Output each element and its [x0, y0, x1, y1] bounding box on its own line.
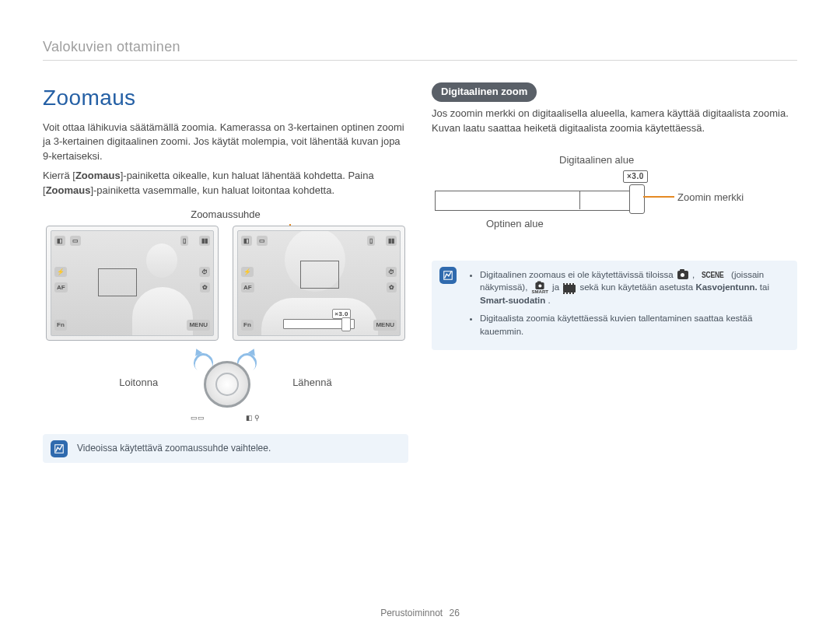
bold-ref-zoom: Zoomaus: [75, 170, 121, 181]
focus-frame: [300, 261, 339, 289]
text-fragment: sekä kun käytetään asetusta: [579, 282, 695, 292]
dial-mini-icons: ▭▭ ◧ ⚲: [191, 413, 260, 423]
zoom-diagram: Digitaalinen alue ×3.0 Zoomin merkki Opt…: [435, 153, 797, 239]
text-fragment: Kierrä [: [43, 170, 75, 181]
person-body: [132, 287, 193, 335]
zoom-tag: ×3.0: [623, 170, 648, 184]
footer-label: Perustoiminnot: [380, 608, 443, 618]
note-box-right: Digitaalinen zoomaus ei ole käytettäviss…: [432, 261, 797, 351]
person-body: [261, 298, 378, 335]
person-head: [146, 243, 177, 278]
macro-icon: ✿: [200, 282, 210, 293]
note-list: Digitaalinen zoomaus ei ole käytettäviss…: [466, 268, 788, 338]
fn-icon: Fn: [241, 320, 254, 331]
page-number: 26: [450, 608, 460, 618]
flash-icon: ⚡: [54, 267, 67, 278]
fn-icon: Fn: [54, 320, 67, 331]
camera-auto-icon: [676, 269, 690, 281]
af-icon: AF: [54, 282, 68, 293]
lcd-inner: ◧ ⚡ AF Fn ▮▮ ⏱ ✿ MENU ▭ ▯ ×3.0: [237, 230, 401, 336]
breadcrumb: Valokuvien ottaminen: [43, 39, 797, 61]
menu-icon: MENU: [187, 320, 210, 331]
zoom-marker: [341, 317, 351, 331]
page-title: Zoomaus: [43, 82, 408, 114]
text-fragment: .: [548, 296, 551, 305]
lcd-preview-wide: ◧ ⚡ AF Fn ▮▮ ⏱ ✿ MENU ▭ ▯: [46, 226, 219, 341]
timer-icon: ⏱: [199, 267, 210, 278]
lcd-inner: ◧ ⚡ AF Fn ▮▮ ⏱ ✿ MENU ▭ ▯: [51, 230, 214, 336]
bold-ref: Kasvojentunn.: [695, 282, 757, 292]
section-pill: Digitaalinen zoom: [432, 82, 537, 102]
text-fragment: Digitaalinen zoomaus ei ole käytettäviss…: [480, 270, 676, 279]
zoom-marker-label: Zoomin merkki: [677, 191, 744, 205]
zoom-ratio-label: Zoomaussuhde: [43, 208, 408, 222]
note-bullet-2: Digitaalista zoomia käytettäessä kuvien …: [480, 312, 788, 338]
callout-line: [643, 196, 674, 198]
timer-icon: ⏱: [386, 267, 397, 278]
zoom-scale-bar: [435, 191, 642, 211]
dial-label-zoom-in: Lähennä: [292, 376, 332, 391]
text-fragment: ,: [692, 270, 697, 279]
dial-row: Loitonna ▭▭ ◧ ⚲ Lähennä: [43, 349, 408, 419]
af-icon: AF: [241, 282, 254, 293]
smart-mode-icon: SMART: [530, 282, 550, 294]
dial-label-zoom-out: Loitonna: [119, 376, 158, 391]
counter-icon: ▯: [180, 236, 188, 247]
bold-ref-zoom: Zoomaus: [46, 184, 91, 196]
optical-area-label: Optinen alue: [486, 217, 544, 232]
note-box-left: Videoissa käytettävä zoomaussuhde vaihte…: [43, 434, 408, 463]
screenshots-row: ◧ ⚡ AF Fn ▮▮ ⏱ ✿ MENU ▭ ▯: [43, 226, 408, 341]
focus-frame: [98, 268, 137, 296]
zoom-dial: ▭▭ ◧ ⚲: [184, 349, 266, 419]
menu-icon: MENU: [373, 320, 397, 331]
instruction-paragraph: Kierrä [Zoomaus]-painiketta oikealle, ku…: [43, 169, 408, 198]
zoom-scale: ×3.0: [283, 319, 355, 329]
note-bullet-1: Digitaalinen zoomaus ei ole käytettäviss…: [480, 268, 788, 308]
bold-ref: Smart-suodatin: [480, 296, 545, 305]
counter-icon: ▯: [367, 236, 375, 247]
movie-mode-icon: [562, 282, 577, 294]
wide-icon: ▭▭: [191, 413, 205, 423]
column-right: Digitaalinen zoom Jos zoomin merkki on d…: [432, 82, 797, 463]
note-icon: [51, 440, 68, 457]
digital-area-label: Digitaalinen alue: [559, 153, 634, 168]
macro-icon: ✿: [387, 282, 397, 293]
text-fragment: ]-painiketta vasemmalle, kun haluat loit…: [90, 184, 334, 196]
text-fragment: tai: [760, 282, 769, 292]
resolution-icon: ▭: [257, 236, 268, 247]
note-text: Videoissa käytettävä zoomaussuhde vaihte…: [77, 443, 271, 454]
column-left: Zoomaus Voit ottaa lähikuvia säätämällä …: [43, 82, 408, 463]
mode-icon: ◧: [54, 236, 65, 247]
footer: Perustoiminnot 26: [0, 608, 840, 618]
digital-zoom-paragraph: Jos zoomin merkki on digitaalisella alue…: [432, 107, 797, 136]
text-fragment: ja: [552, 282, 562, 292]
tele-icon: ◧ ⚲: [246, 413, 261, 423]
mode-icon: ◧: [241, 236, 252, 247]
battery-icon: ▮▮: [199, 236, 210, 247]
intro-paragraph: Voit ottaa lähikuvia säätämällä zoomia. …: [43, 121, 408, 165]
flash-icon: ⚡: [241, 267, 254, 278]
scene-mode-icon: SCENE: [701, 269, 726, 282]
zoom-marker: [629, 184, 645, 214]
columns: Zoomaus Voit ottaa lähikuvia säätämällä …: [43, 82, 797, 463]
dial-circle: [204, 361, 250, 408]
battery-icon: ▮▮: [386, 236, 397, 247]
note-icon: [439, 267, 457, 284]
resolution-icon: ▭: [70, 236, 81, 247]
page: Valokuvien ottaminen Zoomaus Voit ottaa …: [0, 0, 840, 634]
lcd-preview-zoomed: ◧ ⚡ AF Fn ▮▮ ⏱ ✿ MENU ▭ ▯ ×3.0: [233, 226, 405, 341]
optical-divider: [579, 191, 580, 209]
